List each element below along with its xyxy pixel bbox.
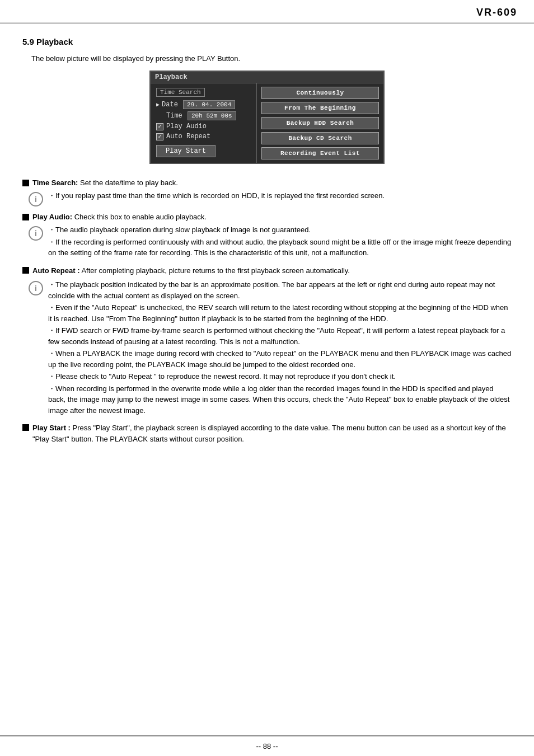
time-row: Time 20h 52m 00s (156, 111, 251, 120)
recording-event-button[interactable]: Recording Event List (261, 147, 379, 159)
playback-title-bar: Playback (151, 72, 383, 83)
desc-play-audio-text: Play Audio: Check this box to enable aud… (32, 213, 207, 221)
desc-auto-repeat-heading: Auto Repeat : After completing playback,… (22, 265, 512, 276)
bullet-time-search (22, 180, 29, 186)
date-arrow: ▶ (156, 101, 160, 108)
footer: -- 88 -- (0, 735, 534, 756)
note-play-audio-1: The audio playback operation during slow… (48, 224, 512, 236)
bullet-play-audio (22, 214, 29, 220)
backup-hdd-button[interactable]: Backup HDD Search (261, 117, 379, 129)
desc-auto-repeat: Auto Repeat : After completing playback,… (22, 265, 512, 417)
time-value: 20h 52m 00s (188, 111, 236, 120)
date-value: 29. 04. 2004 (183, 100, 235, 109)
auto-repeat-label: Auto Repeat (166, 133, 210, 140)
note-play-audio: i The audio playback operation during sl… (22, 224, 512, 260)
desc-play-audio: Play Audio: Check this box to enable aud… (22, 213, 512, 260)
header: VR-609 (0, 0, 534, 24)
playback-ui-container: Playback Time Search ▶ Date 29. 04. 2004… (22, 71, 512, 164)
desc-time-search-text: Time Search: Set the date/time to play b… (32, 179, 178, 187)
note-lines-auto-repeat: The playback position indicated by the b… (48, 279, 512, 417)
note-time-search-1: If you replay past time than the time wh… (48, 190, 385, 201)
desc-time-search: Time Search: Set the date/time to play b… (22, 179, 512, 207)
desc-play-start-heading: Play Start : Press "Play Start", the pla… (22, 422, 512, 444)
desc-time-search-heading: Time Search: Set the date/time to play b… (22, 179, 512, 187)
svg-text:i: i (35, 195, 37, 204)
content: 5.9 Playback The below picture will be d… (0, 24, 534, 461)
page-number: -- 88 -- (256, 742, 278, 750)
note-auto-repeat-3: If FWD search or FWD frame-by-frame sear… (48, 325, 512, 347)
desc-play-audio-heading: Play Audio: Check this box to enable aud… (22, 213, 512, 221)
note-auto-repeat-6: When recording is performed in the overw… (48, 383, 512, 416)
play-start-button[interactable]: Play Start (156, 145, 216, 157)
play-audio-label: Play Audio (166, 123, 207, 130)
time-search-label: Time Search (156, 88, 205, 97)
playback-body: Time Search ▶ Date 29. 04. 2004 Time 20h… (151, 83, 383, 163)
note-auto-repeat: i The playback position indicated by the… (22, 279, 512, 417)
desc-auto-repeat-text: Auto Repeat : After completing playback,… (32, 265, 350, 276)
backup-cd-button[interactable]: Backup CD Search (261, 132, 379, 144)
playback-right-panel: Continuously From The Beginning Backup H… (257, 83, 383, 163)
date-label: Date (162, 101, 183, 109)
desc-play-start-text: Play Start : Press "Play Start", the pla… (32, 422, 512, 444)
date-row: ▶ Date 29. 04. 2004 (156, 100, 251, 109)
page: VR-609 5.9 Playback The below picture wi… (0, 0, 534, 756)
svg-text:i: i (35, 284, 37, 293)
bullet-play-start (22, 424, 29, 431)
header-title: VR-609 (476, 7, 517, 18)
note-auto-repeat-4: When a PLAYBACK the image during record … (48, 348, 512, 370)
time-label: Time (166, 112, 188, 120)
note-auto-repeat-2: Even if the "Auto Repeat" is unchecked, … (48, 302, 512, 324)
play-audio-row: ✓ Play Audio (156, 123, 251, 130)
note-icon-auto-repeat: i (28, 280, 44, 296)
auto-repeat-checkbox[interactable]: ✓ (156, 133, 163, 140)
auto-repeat-row: ✓ Auto Repeat (156, 133, 251, 140)
playback-ui: Playback Time Search ▶ Date 29. 04. 2004… (149, 71, 385, 164)
desc-play-start: Play Start : Press "Play Start", the pla… (22, 422, 512, 444)
note-auto-repeat-1: The playback position indicated by the b… (48, 279, 512, 301)
note-play-audio-2: If the recording is performed continuous… (48, 237, 512, 259)
bullet-auto-repeat (22, 267, 29, 274)
note-lines-play-audio: The audio playback operation during slow… (48, 224, 512, 260)
svg-text:i: i (35, 229, 37, 238)
note-time-search: i If you replay past time than the time … (22, 190, 512, 207)
note-icon-time-search: i (28, 191, 44, 207)
section-intro: The below picture will be displayed by p… (22, 54, 512, 63)
continuously-button[interactable]: Continuously (261, 87, 379, 99)
from-beginning-button[interactable]: From The Beginning (261, 102, 379, 114)
play-audio-checkbox[interactable]: ✓ (156, 123, 163, 130)
section-heading: 5.9 Playback (22, 37, 512, 46)
note-icon-play-audio: i (28, 226, 44, 241)
playback-left-panel: Time Search ▶ Date 29. 04. 2004 Time 20h… (151, 83, 257, 163)
note-lines-time-search: If you replay past time than the time wh… (48, 190, 385, 203)
note-auto-repeat-5: Please check to "Auto Repeat " to reprod… (48, 371, 512, 382)
